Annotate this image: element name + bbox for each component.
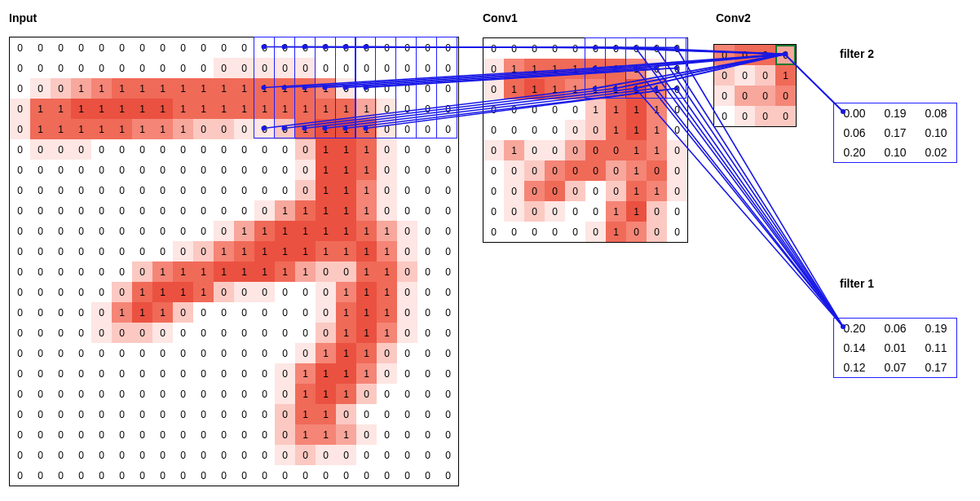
cell: 1 bbox=[275, 241, 295, 261]
cell: 0 bbox=[438, 424, 458, 445]
cell: 0 bbox=[71, 363, 91, 384]
cell: 0 bbox=[152, 200, 173, 221]
cell: 0 bbox=[377, 200, 397, 221]
cell: 0 bbox=[647, 222, 667, 242]
cell: 0 bbox=[30, 323, 51, 343]
cell: 0 bbox=[336, 78, 356, 99]
cell: 0 bbox=[377, 363, 397, 384]
cell: 1 bbox=[336, 180, 356, 200]
cell: 1 bbox=[606, 79, 626, 99]
cell: 1 bbox=[356, 99, 377, 119]
cell: 0 bbox=[193, 200, 214, 221]
cell: 0 bbox=[336, 58, 356, 78]
cell: 1 bbox=[173, 78, 193, 99]
cell: 1 bbox=[356, 180, 377, 200]
cell: 0 bbox=[667, 79, 687, 99]
cell: 0 bbox=[755, 45, 775, 65]
cell: 0 bbox=[667, 38, 687, 59]
cell: 0 bbox=[295, 160, 316, 180]
cell: 0 bbox=[30, 58, 51, 78]
cell: 0 bbox=[316, 465, 336, 486]
cell: 0 bbox=[585, 140, 606, 160]
conv1-grid: 0000000000011111110001111111100000011110… bbox=[483, 37, 688, 243]
cell: 1 bbox=[356, 119, 377, 139]
cell: 1 bbox=[173, 99, 193, 119]
cell: 1 bbox=[254, 261, 275, 282]
cell: 1 bbox=[626, 201, 647, 222]
cell: 1 bbox=[112, 78, 132, 99]
cell: 0 bbox=[397, 384, 417, 404]
cell: 0 bbox=[51, 465, 71, 486]
cell: 1 bbox=[775, 65, 796, 86]
cell: 0 bbox=[504, 201, 524, 222]
cell: 1 bbox=[173, 119, 193, 139]
cell: 0 bbox=[735, 65, 755, 86]
cell: 0 bbox=[565, 181, 585, 201]
filter-cell: 0.19 bbox=[916, 319, 956, 338]
cell: 0 bbox=[417, 404, 438, 424]
cell: 0 bbox=[71, 445, 91, 465]
cell: 0 bbox=[91, 139, 112, 160]
cell: 0 bbox=[173, 37, 193, 58]
cell: 0 bbox=[254, 119, 275, 139]
cell: 0 bbox=[30, 261, 51, 282]
cell: 0 bbox=[10, 445, 30, 465]
filter-cell: 0.14 bbox=[834, 338, 875, 358]
cell: 0 bbox=[193, 302, 214, 323]
cell: 0 bbox=[397, 261, 417, 282]
cell: 0 bbox=[377, 58, 397, 78]
cell: 0 bbox=[214, 323, 234, 343]
cell: 1 bbox=[356, 160, 377, 180]
cell: 0 bbox=[377, 384, 397, 404]
cell: 0 bbox=[647, 201, 667, 222]
cell: 0 bbox=[152, 465, 173, 486]
cell: 0 bbox=[234, 424, 254, 445]
cell: 0 bbox=[667, 99, 687, 120]
cell: 0 bbox=[173, 302, 193, 323]
cell: 1 bbox=[377, 241, 397, 261]
cell: 0 bbox=[193, 58, 214, 78]
cell: 0 bbox=[775, 106, 796, 126]
cell: 0 bbox=[112, 404, 132, 424]
cell: 0 bbox=[377, 343, 397, 363]
cell: 0 bbox=[132, 241, 152, 261]
cell: 0 bbox=[714, 106, 735, 126]
cell: 1 bbox=[626, 140, 647, 160]
cell: 0 bbox=[545, 160, 565, 181]
cell: 0 bbox=[254, 58, 275, 78]
cell: 0 bbox=[112, 465, 132, 486]
cell: 1 bbox=[336, 363, 356, 384]
filter-cell: 0.02 bbox=[916, 143, 956, 162]
cell: 0 bbox=[71, 241, 91, 261]
cell: 1 bbox=[626, 120, 647, 140]
cell: 0 bbox=[112, 200, 132, 221]
cell: 0 bbox=[173, 384, 193, 404]
cell: 1 bbox=[585, 99, 606, 120]
cell: 0 bbox=[417, 282, 438, 302]
cell: 1 bbox=[336, 424, 356, 445]
cell: 0 bbox=[234, 384, 254, 404]
cell: 0 bbox=[438, 78, 458, 99]
cell: 0 bbox=[10, 384, 30, 404]
cell: 0 bbox=[295, 465, 316, 486]
cell: 0 bbox=[483, 140, 504, 160]
cell: 0 bbox=[173, 363, 193, 384]
cell: 0 bbox=[214, 404, 234, 424]
cell: 0 bbox=[316, 261, 336, 282]
cell: 0 bbox=[254, 139, 275, 160]
cell: 0 bbox=[377, 404, 397, 424]
cell: 0 bbox=[10, 282, 30, 302]
cell: 0 bbox=[173, 58, 193, 78]
cell: 1 bbox=[275, 261, 295, 282]
cell: 1 bbox=[275, 200, 295, 221]
cell: 0 bbox=[10, 302, 30, 323]
cell: 0 bbox=[214, 200, 234, 221]
cell: 1 bbox=[275, 78, 295, 99]
cell: 0 bbox=[524, 99, 545, 120]
cell: 0 bbox=[626, 222, 647, 242]
cell: 0 bbox=[397, 424, 417, 445]
cell: 0 bbox=[112, 58, 132, 78]
cell: 1 bbox=[626, 160, 647, 181]
conv2-label: Conv2 bbox=[716, 11, 751, 24]
cell: 1 bbox=[112, 302, 132, 323]
